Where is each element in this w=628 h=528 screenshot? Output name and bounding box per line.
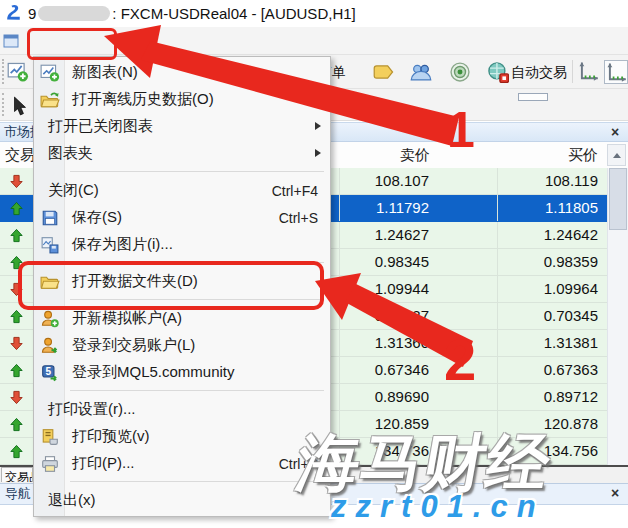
menu-item-label: 退出(x) (48, 491, 96, 510)
toolbar-separator (572, 60, 573, 83)
timeframe-button[interactable] (413, 93, 443, 101)
buy-price: 1.11805 (498, 195, 607, 221)
tab-symbols[interactable]: 交易品种 (1, 467, 33, 482)
file-menu-item[interactable]: 保存为图片(i)... (34, 231, 330, 258)
annotation-box-open-data-folder (18, 261, 324, 310)
timeframe-button[interactable] (448, 93, 478, 101)
window-title: : FXCM-USDReal04 - [AUDUSD,H1] (112, 5, 355, 22)
file-menu-item[interactable]: 打印(P)... Ctrl+P (34, 450, 330, 477)
order-tag-icon[interactable] (373, 61, 395, 83)
menu-item-label: 打印预览(v) (72, 427, 150, 446)
timeframe-button[interactable] (483, 93, 513, 101)
file-menu-item[interactable]: 图表夹 (34, 140, 330, 167)
menubar-item[interactable] (168, 38, 188, 44)
watermark-url: zzrt01.cn (331, 489, 545, 525)
price-direction-icon (0, 384, 34, 410)
file-menu-item[interactable]: 退出(x) (34, 487, 330, 514)
buy-price: 1.24642 (498, 222, 607, 248)
file-menu-item[interactable]: 打印预览(v) (34, 423, 330, 450)
scrollbar[interactable] (607, 168, 628, 465)
file-menu-item[interactable]: 打开离线历史数据(O) (34, 86, 330, 113)
price-direction-icon (0, 411, 34, 437)
timeframe-button[interactable] (378, 93, 408, 101)
title-bar: 9 : FXCM-USDReal04 - [AUDUSD,H1] (0, 0, 628, 27)
dropdown-caret-icon[interactable] (339, 101, 349, 107)
price-direction-icon (0, 330, 34, 356)
price-direction-icon (0, 195, 34, 221)
annotation-box-file-menu (27, 28, 117, 60)
close-icon[interactable]: × (607, 485, 623, 501)
sell-price: 108.107 (340, 168, 498, 194)
file-menu-item[interactable]: 打印设置(r)... (34, 396, 330, 423)
timeframe-button[interactable] (623, 93, 628, 101)
menu-item-shortcut: Ctrl+S (279, 210, 318, 226)
buy-price: 0.67363 (498, 357, 607, 383)
menu-item-label: 图表夹 (48, 144, 93, 163)
scrollbar-thumb[interactable] (609, 168, 627, 230)
account-number-prefix: 9 (28, 5, 36, 22)
menu-item-label: 保存为图片(i)... (72, 235, 173, 254)
buy-price: 0.98359 (498, 249, 607, 275)
community-icon[interactable] (410, 61, 432, 83)
timeframe-button[interactable] (588, 93, 618, 101)
redaction-blob (38, 6, 110, 21)
bar-chart-mode-icon[interactable] (577, 60, 601, 84)
menu-item-icon (40, 310, 60, 328)
menu-item-icon (40, 428, 60, 446)
cursor-tool-icon[interactable] (9, 95, 31, 117)
menu-item-icon (40, 64, 60, 82)
buy-price: 108.119 (498, 168, 607, 194)
mt4-logo-icon (4, 5, 22, 23)
menu-item-label: 打开离线历史数据(O) (72, 90, 214, 109)
timeframe-button[interactable] (518, 93, 548, 101)
file-menu-item[interactable]: 保存(S) Ctrl+S (34, 204, 330, 231)
menubar-item[interactable] (135, 38, 155, 44)
price-direction-icon (0, 222, 34, 248)
menu-item-label: 新图表(N) (72, 63, 138, 82)
toolbar-separator (364, 94, 365, 115)
price-direction-icon (0, 438, 34, 464)
file-menu-item[interactable]: 登录到交易账户(L) (34, 332, 330, 359)
broadcast-icon[interactable] (449, 61, 471, 83)
autotrade-icon[interactable] (487, 61, 509, 83)
price-direction-icon (0, 168, 34, 194)
menu-item-label: 打印(P)... (72, 454, 135, 473)
candle-chart-mode-icon[interactable] (604, 60, 628, 84)
toolbar-grip[interactable] (2, 93, 7, 116)
file-menu-item[interactable]: 打开已关闭图表 (34, 113, 330, 140)
price-direction-icon (0, 357, 34, 383)
file-menu-item[interactable]: 新图表(N) (34, 59, 330, 86)
new-chart-icon[interactable] (7, 61, 29, 83)
menu-item-label: 开新模拟帐户(A) (72, 309, 182, 328)
menu-separator (34, 477, 330, 487)
timeframe-buttons (378, 93, 628, 101)
scroll-up-icon[interactable] (607, 144, 626, 166)
menu-item-label: 保存(S) (72, 208, 122, 227)
navigator-title: 导航 (5, 485, 31, 503)
close-icon[interactable]: × (607, 124, 623, 140)
menu-item-icon (40, 91, 60, 109)
menu-item-label: 打开已关闭图表 (48, 117, 153, 136)
menu-item-icon (40, 455, 60, 473)
menu-item-icon (40, 337, 60, 355)
menu-item-label: 登录到交易账户(L) (72, 336, 195, 355)
annotation-step-2: 2 (444, 326, 476, 393)
submenu-arrow-icon (315, 149, 321, 157)
sell-price: 0.98345 (340, 249, 498, 275)
menu-separator (34, 167, 330, 177)
app-window: 9 : FXCM-USDReal04 - [AUDUSD,H1] 订单 自动交易… (0, 0, 628, 528)
autotrade-label[interactable]: 自动交易 (511, 64, 567, 82)
menu-item-label: 登录到MQL5.community (72, 363, 235, 382)
menubar-item[interactable] (201, 38, 221, 44)
file-menu-item[interactable]: 关闭(C) Ctrl+F4 (34, 177, 330, 204)
menu-item-icon (40, 209, 60, 227)
file-menu-item[interactable]: 登录到MQL5.community (34, 359, 330, 386)
menu-item-icon (40, 364, 60, 382)
buy-price: 1.09964 (498, 276, 607, 302)
timeframe-button[interactable] (553, 93, 583, 101)
submenu-arrow-icon (315, 122, 321, 130)
buy-price: 1.31381 (498, 330, 607, 356)
column-buy[interactable]: 买价 (498, 146, 607, 165)
annotation-step-1: 1 (447, 101, 475, 159)
menubar-item[interactable] (234, 38, 254, 44)
